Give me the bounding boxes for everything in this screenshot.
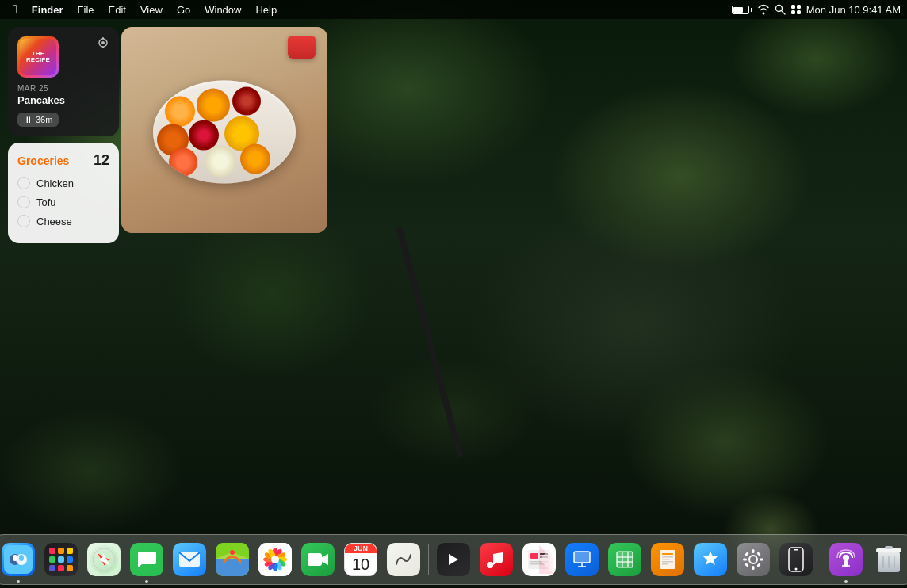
svg-point-7: [101, 41, 105, 44]
grocery-item-chicken[interactable]: Chicken: [17, 177, 109, 189]
dock-icon-trash[interactable]: [869, 540, 907, 579]
dock-icon-news[interactable]: [519, 540, 559, 579]
photo-widget[interactable]: [121, 27, 327, 233]
grocery-item-cheese[interactable]: Cheese: [17, 215, 109, 227]
menubar-view[interactable]: View: [134, 2, 169, 17]
grocery-item-tofu[interactable]: Tofu: [17, 196, 109, 208]
menubar-window[interactable]: Window: [198, 2, 247, 17]
svg-rect-5: [797, 10, 801, 14]
svg-rect-22: [216, 559, 249, 576]
widgets-area: TheRecipe MAR 25 Pancakes ⏸ 36m: [8, 27, 119, 243]
svg-rect-64: [752, 566, 755, 570]
svg-rect-51: [617, 552, 633, 567]
groceries-header: Groceries 12: [17, 152, 109, 169]
tofu-checkbox[interactable]: [17, 196, 30, 208]
dock-icon-appstore[interactable]: [691, 540, 730, 579]
menubar-edit[interactable]: Edit: [102, 2, 132, 17]
dock-icon-photos[interactable]: [255, 540, 295, 579]
menubar-help[interactable]: Help: [249, 2, 283, 17]
svg-rect-65: [743, 559, 747, 561]
menubar-go[interactable]: Go: [170, 2, 197, 17]
podcast-widget-header: TheRecipe: [17, 36, 109, 78]
svg-point-37: [271, 556, 279, 563]
search-icon[interactable]: [775, 4, 786, 15]
svg-point-13: [13, 555, 17, 561]
podcast-title: Pancakes: [17, 94, 109, 106]
svg-rect-43: [530, 553, 538, 559]
dock-icon-numbers[interactable]: [605, 540, 645, 579]
svg-rect-67: [744, 552, 749, 556]
dock-icon-system-preferences[interactable]: [733, 540, 773, 579]
menubar-left:  Finder File Edit View Go Window Help: [6, 2, 283, 17]
svg-point-23: [230, 550, 235, 555]
podcast-widget[interactable]: TheRecipe MAR 25 Pancakes ⏸ 36m: [8, 27, 119, 136]
dock-icon-mail[interactable]: [170, 540, 209, 579]
iphone-mirror-icon: [779, 543, 813, 576]
maps-icon: [216, 543, 249, 576]
svg-rect-2: [791, 5, 795, 9]
fruit-9: [240, 144, 270, 174]
dock: JUN 10: [0, 534, 907, 585]
menubar-right: Mon Jun 10 9:41 AM: [732, 4, 901, 16]
news-icon: [522, 543, 556, 576]
menubar-file[interactable]: File: [71, 2, 101, 17]
groceries-title: Groceries: [17, 155, 69, 167]
svg-rect-4: [791, 10, 795, 14]
fruit-1: [165, 97, 195, 127]
control-center-icon[interactable]: [790, 4, 802, 15]
svg-point-74: [843, 555, 849, 561]
dock-separator-2: [821, 544, 821, 575]
svg-line-1: [781, 11, 785, 15]
svg-rect-69: [744, 563, 749, 567]
battery-fill: [733, 7, 744, 13]
mail-icon: [173, 543, 206, 576]
dock-icon-iphone-mirror[interactable]: [776, 540, 816, 579]
dock-icon-finder[interactable]: [0, 540, 38, 579]
dock-icon-maps[interactable]: [212, 540, 252, 579]
dock-icon-appletv[interactable]: [434, 540, 473, 579]
chicken-checkbox[interactable]: [17, 177, 30, 189]
podcasts-icon: [829, 543, 863, 576]
groceries-count: 12: [94, 152, 109, 169]
appstore-icon: [694, 543, 727, 576]
dock-icon-launchpad[interactable]: [41, 540, 81, 579]
dock-icon-safari[interactable]: [84, 540, 124, 579]
svg-point-14: [19, 555, 24, 561]
svg-rect-70: [756, 563, 761, 567]
svg-rect-59: [662, 559, 670, 560]
podcast-play-button[interactable]: ⏸ 36m: [17, 113, 59, 127]
dock-icon-podcasts[interactable]: [826, 540, 866, 579]
dock-icon-calendar[interactable]: JUN 10: [341, 540, 381, 579]
svg-point-72: [795, 568, 798, 571]
freeform-icon: [387, 543, 420, 576]
svg-rect-48: [574, 552, 590, 563]
cheese-label: Cheese: [36, 216, 72, 227]
dock-icon-pages[interactable]: [648, 540, 687, 579]
groceries-widget[interactable]: Groceries 12 Chicken Tofu Cheese: [8, 143, 119, 243]
apple-menu[interactable]: : [6, 2, 24, 17]
food-plate: [153, 81, 296, 184]
finder-dot: [17, 580, 20, 583]
podcast-artwork: TheRecipe: [17, 36, 59, 78]
menubar-app-name[interactable]: Finder: [25, 2, 70, 17]
cheese-checkbox[interactable]: [17, 215, 30, 227]
keynote-icon: [565, 543, 599, 576]
dock-icon-facetime[interactable]: [298, 540, 338, 579]
svg-rect-63: [752, 549, 755, 553]
dock-icon-keynote[interactable]: [562, 540, 602, 579]
pages-icon: [651, 543, 684, 576]
chicken-label: Chicken: [36, 178, 74, 189]
podcast-date: MAR 25: [17, 84, 109, 93]
datetime[interactable]: Mon Jun 10 9:41 AM: [806, 4, 901, 16]
desktop:  Finder File Edit View Go Window Help: [0, 0, 907, 588]
red-cup: [288, 36, 316, 59]
dock-icon-messages[interactable]: [127, 540, 166, 579]
facetime-icon: [301, 543, 335, 576]
dock-icon-music[interactable]: [476, 540, 516, 579]
wifi-icon[interactable]: [757, 4, 770, 15]
messages-icon: [130, 543, 163, 576]
tofu-label: Tofu: [36, 197, 56, 208]
trash-icon: [872, 543, 905, 576]
svg-rect-38: [308, 553, 322, 566]
dock-icon-freeform[interactable]: [384, 540, 423, 579]
